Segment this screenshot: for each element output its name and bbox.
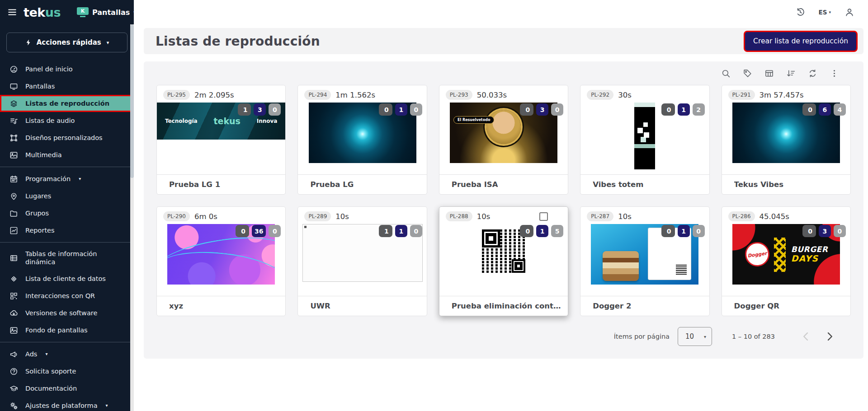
item-count-badge: 1 <box>395 225 407 237</box>
select-checkbox[interactable] <box>539 212 548 221</box>
playlist-card[interactable]: PL-291 3m 57.457s 0 6 4 Tekus Vibes <box>722 85 851 195</box>
sidebar-item-documentacion[interactable]: Documentación <box>0 380 134 397</box>
secondary-count-badge: 4 <box>834 103 846 116</box>
create-playlist-button[interactable]: Crear lista de reproducción <box>745 32 856 51</box>
card-menu-button[interactable] <box>694 90 704 100</box>
sidebar-item-ajustes-de-plataforma[interactable]: Ajustes de plataforma ▾ <box>0 397 134 411</box>
card-menu-button[interactable] <box>835 90 845 100</box>
thumbnail-text: tekus <box>213 116 240 126</box>
playlist-card[interactable]: PL-292 30s 0 1 2 Vibes totem <box>580 85 709 195</box>
tekus-logo[interactable]: tekus <box>24 5 61 19</box>
playlist-card[interactable]: PL-289 10s 1 1 0 UWR <box>297 206 427 316</box>
page-range-label: 1 – 10 of 283 <box>732 333 775 340</box>
sidebar-item-pantallas[interactable]: Pantallas <box>0 78 134 95</box>
card-menu-button[interactable] <box>552 90 562 100</box>
sidebar-item-multimedia[interactable]: Multimedia <box>0 146 134 163</box>
playlist-card[interactable]: PL-294 1m 1.562s 0 1 0 Prueba LG <box>297 85 427 195</box>
card-media: 0 3 0 El Resuelvetodo <box>439 103 568 170</box>
playlist-card[interactable]: PL-288 10s 0 1 5 Prueba eliminación cont… <box>439 206 568 316</box>
bolt-icon <box>25 39 32 46</box>
card-menu-button[interactable] <box>694 211 704 221</box>
hamburger-menu-icon[interactable] <box>7 7 17 18</box>
page-size-select[interactable]: 10 ▾ <box>678 327 712 346</box>
playlist-card[interactable]: PL-286 45.045s 0 3 0 DoggerBURGERDAYS Do… <box>722 206 851 316</box>
count-badges: 0 3 0 <box>802 225 846 237</box>
playlist-duration: 45.045s <box>760 212 789 221</box>
video-count-badge: 0 <box>236 225 249 237</box>
card-menu-button[interactable] <box>270 90 280 100</box>
card-menu-button[interactable] <box>835 211 845 221</box>
topbar: ES ▾ <box>134 0 868 24</box>
sidebar-item-versiones-de-software[interactable]: Versiones de software <box>0 304 134 322</box>
secondary-count-badge: 0 <box>834 225 846 237</box>
count-badges: 1 3 0 <box>238 103 281 116</box>
sidebar-item-listas-de-audio[interactable]: Listas de audio <box>0 112 134 129</box>
card-menu-button[interactable] <box>411 90 421 100</box>
sidebar-nav: Panel de inicio Pantallas Listas de repr… <box>0 55 134 411</box>
image-icon <box>9 326 18 335</box>
dashboard-icon <box>9 65 18 74</box>
toolbar <box>156 61 851 85</box>
playlist-id-badge: PL-291 <box>728 90 755 100</box>
playlist-card[interactable]: PL-287 10s 0 1 0 Dogger 2 <box>580 206 709 316</box>
items-per-page-label: Ítems por página <box>614 333 670 340</box>
thumbnail-text: Dogger <box>743 241 771 268</box>
item-count-badge: 3 <box>254 103 266 116</box>
playlist-duration: 30s <box>618 91 632 99</box>
sidebar-item-tablas-de-informacion-dinamica[interactable]: Tablas de información dinámica <box>0 246 134 270</box>
search-button[interactable] <box>721 68 731 78</box>
card-media: 0 36 0 <box>157 224 285 292</box>
sidebar-item-panel-de-inicio[interactable]: Panel de inicio <box>0 61 134 78</box>
sidebar-item-reportes[interactable]: Reportes <box>0 222 134 239</box>
sync-button[interactable] <box>807 68 817 78</box>
history-button[interactable] <box>795 7 805 17</box>
sidebar-item-disenos-personalizados[interactable]: Diseños personalizados <box>0 129 134 146</box>
card-menu-button[interactable] <box>270 211 280 221</box>
card-media: 1 1 0 <box>298 224 426 292</box>
sidebar-scrollbar[interactable] <box>130 24 134 178</box>
k-monitor-icon: K <box>77 7 89 17</box>
sidebar-item-interacciones-con-qr[interactable]: Interacciones con QR <box>0 287 134 304</box>
content-panel: PL-295 2m 2.095s 1 3 0 TecnologíatekusIn… <box>144 61 863 359</box>
account-button[interactable] <box>844 7 854 17</box>
sidebar-item-lugares[interactable]: Lugares <box>0 187 134 205</box>
playlist-card[interactable]: PL-295 2m 2.095s 1 3 0 TecnologíatekusIn… <box>156 85 286 195</box>
tag-button[interactable] <box>742 68 752 78</box>
item-count-badge: 3 <box>536 103 548 116</box>
previous-page-button[interactable] <box>800 331 812 342</box>
image-icon <box>9 150 18 159</box>
page-header: Listas de reproducción Crear lista de re… <box>144 28 863 54</box>
language-dropdown[interactable]: ES ▾ <box>819 9 831 16</box>
card-media: 0 1 0 <box>298 103 426 170</box>
cap-icon <box>9 384 18 393</box>
sidebar-item-fondo-de-pantallas[interactable]: Fondo de pantallas <box>0 322 134 339</box>
playlist-card[interactable]: PL-293 50.033s 0 3 0 El Resuelvetodo Pru… <box>439 85 568 195</box>
card-header: PL-290 6m 0s <box>157 207 285 224</box>
secondary-count-badge: 2 <box>693 103 705 116</box>
sidebar-item-solicita-soporte[interactable]: Solicita soporte <box>0 363 134 380</box>
playlist-id-badge: PL-289 <box>304 211 331 221</box>
secondary-count-badge: 0 <box>551 103 563 116</box>
next-page-button[interactable] <box>824 331 835 342</box>
sidebar-item-listas-de-reproduccion[interactable]: Listas de reproducción <box>0 95 134 112</box>
sidebar-item-ads[interactable]: Ads ▾ <box>0 346 134 363</box>
card-menu-button[interactable] <box>411 211 421 221</box>
screens-dropdown[interactable]: K Pantallas ▾ <box>77 7 134 17</box>
chevron-down-icon: ▾ <box>704 334 706 339</box>
secondary-count-badge: 0 <box>693 225 705 237</box>
card-menu-button[interactable] <box>552 211 562 221</box>
frame-icon <box>9 133 18 142</box>
playlist-card[interactable]: PL-290 6m 0s 0 36 0 xyz <box>156 206 286 316</box>
playlist-duration: 3m 57.457s <box>760 91 804 99</box>
quick-actions-button[interactable]: Acciones rápidas ▾ <box>6 33 127 52</box>
sidebar-item-lista-de-cliente-de-datos[interactable]: Lista de cliente de datos <box>0 270 134 287</box>
sidebar-item-grupos[interactable]: Grupos <box>0 205 134 222</box>
more-button[interactable] <box>829 68 839 78</box>
monitor-icon <box>9 82 18 91</box>
card-media: 1 3 0 TecnologíatekusInnova <box>157 103 285 170</box>
sidebar-item-programacion[interactable]: Programación ▾ <box>0 170 134 187</box>
tableview-button[interactable] <box>764 68 774 78</box>
playlist-thumbnail <box>482 229 525 273</box>
sort-button[interactable] <box>786 68 796 78</box>
card-header: PL-293 50.033s <box>439 85 568 103</box>
